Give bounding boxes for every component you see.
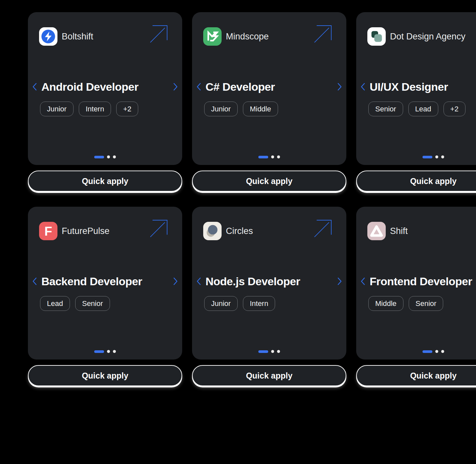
carousel-pagination [422, 350, 444, 353]
pagination-active-indicator[interactable] [258, 350, 268, 353]
job-card: Dot Design Agency UI/UX Designer [356, 12, 476, 165]
chevron-left-icon[interactable] [359, 82, 367, 92]
arrow-up-right-icon[interactable] [314, 220, 332, 238]
carousel-pagination [422, 155, 444, 158]
tag-list: Lead Senior [40, 296, 182, 311]
quick-apply-button[interactable]: Quick apply [192, 171, 346, 192]
company-name: FuturePulse [62, 226, 110, 236]
quick-apply-button[interactable]: Quick apply [28, 171, 182, 192]
chevron-right-icon[interactable] [336, 82, 344, 92]
m-monogram-logo [203, 27, 222, 46]
carousel-pagination [94, 155, 116, 158]
pagination-dot[interactable] [277, 350, 280, 353]
carousel-pagination [258, 155, 280, 158]
job-card: Shift Frontend Developer [356, 207, 476, 360]
chevron-right-icon[interactable] [172, 276, 180, 286]
tag: Lead [40, 296, 70, 311]
pagination-dot[interactable] [113, 155, 116, 158]
job-card: F FuturePulse Backend Developer [28, 207, 182, 360]
company: Dot Design Agency [367, 27, 465, 46]
job-card-group: Mindscope C# Developer [192, 12, 346, 192]
chevron-left-icon[interactable] [195, 276, 203, 286]
chevron-left-icon[interactable] [359, 276, 367, 286]
tag: Junior [40, 102, 74, 116]
job-title: Frontend Developer [370, 274, 476, 288]
company: Mindscope [203, 27, 269, 46]
quick-apply-button[interactable]: Quick apply [356, 171, 476, 192]
carousel-pagination [258, 350, 280, 353]
job-card-group: Dot Design Agency UI/UX Designer [356, 12, 476, 192]
tag: Lead [408, 102, 438, 116]
pagination-dot[interactable] [113, 350, 116, 353]
overlapping-squares-logo [367, 27, 386, 46]
job-title: UI/UX Designer [370, 80, 476, 94]
rounded-triangle-logo [367, 222, 386, 240]
job-cards-grid: Boltshift Android Developer [28, 12, 476, 386]
tag-list: Middle Senior [368, 296, 476, 311]
pagination-active-indicator[interactable] [258, 156, 268, 158]
arrow-up-right-icon[interactable] [314, 25, 332, 43]
lightning-bolt-logo [39, 27, 57, 46]
job-card-group: Boltshift Android Developer [28, 12, 182, 192]
job-card: Mindscope C# Developer [192, 12, 346, 165]
pagination-dot[interactable] [107, 350, 110, 353]
tag: Middle [368, 296, 403, 311]
job-title: Backend Developer [41, 274, 172, 288]
job-title: Node.js Developer [206, 274, 336, 288]
carousel-pagination [94, 350, 116, 353]
tag-list: Junior Middle [204, 102, 346, 116]
tag: +2 [116, 102, 138, 116]
arrow-up-right-icon[interactable] [149, 25, 168, 43]
company-name: Dot Design Agency [390, 32, 465, 42]
job-card-group: Circles Node.js Developer [192, 207, 346, 386]
job-card: Boltshift Android Developer [28, 12, 182, 165]
job-card-group: F FuturePulse Backend Developer [28, 207, 182, 386]
tag: Senior [75, 296, 110, 311]
pagination-dot[interactable] [277, 155, 280, 158]
tag-list: Senior Lead +2 [368, 102, 476, 116]
company-name: Mindscope [226, 32, 269, 42]
tag: Senior [409, 296, 444, 311]
pagination-dot[interactable] [107, 155, 110, 158]
svg-text:F: F [44, 224, 52, 238]
arrow-up-right-icon[interactable] [149, 220, 168, 238]
chevron-left-icon[interactable] [31, 82, 38, 92]
pagination-dot[interactable] [271, 350, 274, 353]
tag: +2 [444, 102, 465, 116]
tag-list: Junior Intern +2 [40, 102, 182, 116]
company-name: Boltshift [62, 32, 93, 42]
job-title: Android Developer [41, 80, 172, 94]
job-card: Circles Node.js Developer [192, 207, 346, 360]
pagination-active-indicator[interactable] [94, 350, 104, 353]
tag: Senior [368, 102, 403, 116]
chevron-right-icon[interactable] [172, 82, 180, 92]
letter-f-logo: F [39, 222, 57, 240]
pagination-dot[interactable] [441, 350, 444, 353]
quick-apply-button[interactable]: Quick apply [356, 365, 476, 386]
job-card-group: Shift Frontend Developer [356, 207, 476, 386]
company: Circles [203, 222, 253, 240]
pagination-dot[interactable] [271, 155, 274, 158]
pagination-dot[interactable] [435, 350, 438, 353]
quick-apply-button[interactable]: Quick apply [192, 365, 346, 386]
job-title: C# Developer [206, 80, 336, 94]
pagination-dot[interactable] [441, 155, 444, 158]
quick-apply-button[interactable]: Quick apply [28, 365, 182, 386]
tag: Junior [204, 296, 238, 311]
company-name: Shift [390, 226, 408, 236]
chevron-left-icon[interactable] [195, 82, 203, 92]
chevron-left-icon[interactable] [31, 276, 38, 286]
tag: Intern [79, 102, 111, 116]
company-name: Circles [226, 226, 253, 236]
company: Boltshift [39, 27, 93, 46]
tag: Intern [243, 296, 275, 311]
tag: Junior [204, 102, 238, 116]
circles-logo [203, 222, 222, 240]
chevron-right-icon[interactable] [336, 276, 344, 286]
company: F FuturePulse [39, 222, 110, 240]
tag-list: Junior Intern [204, 296, 346, 311]
pagination-active-indicator[interactable] [94, 156, 104, 158]
pagination-active-indicator[interactable] [422, 156, 432, 158]
pagination-active-indicator[interactable] [422, 350, 432, 353]
pagination-dot[interactable] [435, 155, 438, 158]
